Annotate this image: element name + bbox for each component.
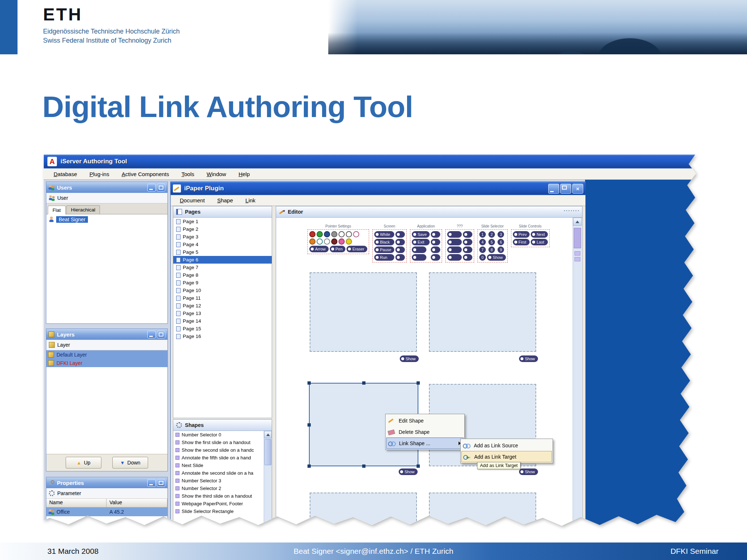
page-list-item[interactable]: Page 9 (173, 279, 272, 287)
tab-hierachical[interactable]: Hierachical (66, 205, 100, 214)
color-swatch[interactable] (309, 238, 316, 245)
digit-button[interactable]: 1 (479, 231, 486, 238)
paper-button-black[interactable]: Black (374, 239, 394, 245)
paper-button-blank[interactable] (431, 231, 440, 238)
shape-list-item[interactable]: Slide Selector Rectangle (173, 508, 264, 515)
digit-button[interactable]: 2 (488, 231, 495, 238)
color-swatch[interactable] (331, 231, 337, 237)
layer-toolbar-label[interactable]: Layer (57, 342, 70, 348)
paper-button-show[interactable]: Show (487, 254, 506, 261)
resize-handle[interactable] (362, 381, 365, 385)
paper-button-arrow[interactable]: Arrow (309, 246, 329, 252)
paper-button-pause[interactable]: Pause (374, 246, 394, 253)
digit-button[interactable]: 9 (498, 246, 504, 253)
shape-list-item[interactable]: Show the first slide on a handout (173, 439, 264, 446)
paper-button-blank[interactable] (463, 246, 472, 253)
menu-shape[interactable]: Shape (211, 195, 239, 206)
slide-shape[interactable] (429, 493, 536, 528)
digit-button[interactable]: 5 (488, 239, 495, 245)
page-list-item-selected[interactable]: Page 6 (173, 256, 272, 264)
paper-button-blank[interactable] (395, 239, 405, 245)
scrollbar-thumb[interactable] (574, 228, 581, 248)
users-minimize-button[interactable] (147, 184, 156, 191)
paper-button-last[interactable]: Last (531, 239, 548, 245)
paper-button-save[interactable]: Save (412, 231, 430, 238)
user-toolbar-label[interactable]: User (57, 195, 68, 201)
paper-button-blank[interactable] (447, 246, 462, 253)
color-swatch[interactable] (346, 231, 352, 237)
layer-up-button[interactable]: ▲ Up (66, 457, 101, 468)
color-swatch[interactable] (324, 231, 330, 237)
page-list-item[interactable]: Page 16 (173, 332, 272, 340)
page-list-item[interactable]: Page 8 (173, 271, 272, 279)
color-swatch[interactable] (338, 231, 345, 237)
page-list-item[interactable]: Page 4 (173, 241, 272, 248)
color-swatch[interactable] (353, 231, 359, 237)
paper-button-first[interactable]: First (513, 239, 530, 245)
resize-handle[interactable] (307, 423, 311, 427)
menu-document[interactable]: Document (174, 195, 211, 206)
paper-button-blank[interactable] (463, 239, 472, 245)
page-list-item[interactable]: Page 1 (173, 218, 272, 225)
property-row[interactable]: Office A 45.2 (46, 508, 167, 516)
color-swatch[interactable] (346, 238, 352, 245)
shape-list-item[interactable]: Number Selector 2 (173, 485, 264, 492)
layers-maximize-button[interactable] (157, 331, 165, 338)
menu-link[interactable]: Link (239, 195, 262, 206)
page-list-item[interactable]: Page 14 (173, 317, 272, 325)
editor-scrollbar[interactable] (573, 218, 582, 528)
shapes-scrollbar[interactable] (264, 431, 272, 528)
resize-handle[interactable] (307, 381, 311, 385)
parameter-toolbar-label[interactable]: Parameter (57, 490, 81, 496)
paper-button-blank[interactable] (447, 254, 462, 261)
paper-button-blank[interactable] (463, 254, 472, 261)
menu-help[interactable]: Help (232, 168, 256, 180)
scroll-up-button[interactable] (264, 431, 272, 438)
page-list-item[interactable]: Page 13 (173, 310, 272, 317)
color-swatch[interactable] (317, 231, 323, 237)
paper-button-blank[interactable] (412, 246, 426, 253)
paper-button-eraser[interactable]: Eraser (347, 246, 367, 252)
layers-minimize-button[interactable] (147, 331, 156, 338)
shape-list-item[interactable]: Number Selector 0 (173, 431, 264, 439)
menu-item-add-link-target[interactable]: Add as Link Target (461, 451, 552, 462)
show-shape-button[interactable]: Show (519, 355, 538, 362)
digit-button[interactable]: 6 (498, 239, 504, 245)
page-list-item[interactable]: Page 10 (173, 287, 272, 294)
page-list-item[interactable]: Page 11 (173, 294, 272, 302)
digit-button[interactable]: 4 (479, 239, 486, 245)
page-list-item[interactable]: Page 15 (173, 325, 272, 332)
color-swatch[interactable] (338, 238, 345, 245)
paper-button-prev[interactable]: Prev (513, 231, 530, 238)
shape-list-item[interactable]: Next Slide (173, 462, 264, 469)
digit-button[interactable]: 7 (479, 246, 486, 253)
color-swatch[interactable] (331, 238, 337, 245)
resize-handle[interactable] (417, 464, 420, 468)
paper-button-blank[interactable] (395, 231, 405, 238)
menu-window[interactable]: Window (201, 168, 232, 180)
slide-shape[interactable] (429, 272, 536, 352)
paper-button-pen[interactable]: Pen (330, 246, 346, 252)
resize-handle[interactable] (417, 381, 420, 385)
layer-down-button[interactable]: ▼ Down (112, 457, 148, 468)
digit-button[interactable]: 3 (498, 231, 504, 238)
menu-active-components[interactable]: Active Components (115, 168, 175, 180)
column-name[interactable]: Name (46, 499, 107, 507)
main-window-titlebar[interactable]: A iServer Authoring Tool (44, 155, 697, 168)
digit-zero-button[interactable]: 0 (479, 254, 486, 261)
page-list-item[interactable]: Page 5 (173, 248, 272, 256)
tab-flat[interactable]: Flat (48, 206, 66, 214)
shape-list-item[interactable]: Show the second slide on a handc (173, 446, 264, 454)
page-list-item[interactable]: Page 2 (173, 225, 272, 233)
shape-list-item[interactable]: Annotate the second slide on a ha (173, 469, 264, 477)
users-panel-titlebar[interactable]: Users (46, 182, 167, 193)
paper-button-exit[interactable]: Exit (412, 239, 430, 245)
paper-button-blank[interactable] (412, 254, 426, 261)
digit-button[interactable]: 8 (488, 246, 495, 253)
scrollbar-thumb[interactable] (264, 439, 271, 465)
paper-button-blank[interactable] (431, 254, 440, 261)
layers-panel-titlebar[interactable]: Layers (46, 329, 167, 340)
menu-database[interactable]: Database (47, 168, 83, 180)
layer-list-item[interactable]: Default Layer (46, 350, 167, 359)
paper-button-run[interactable]: Run (374, 254, 394, 261)
